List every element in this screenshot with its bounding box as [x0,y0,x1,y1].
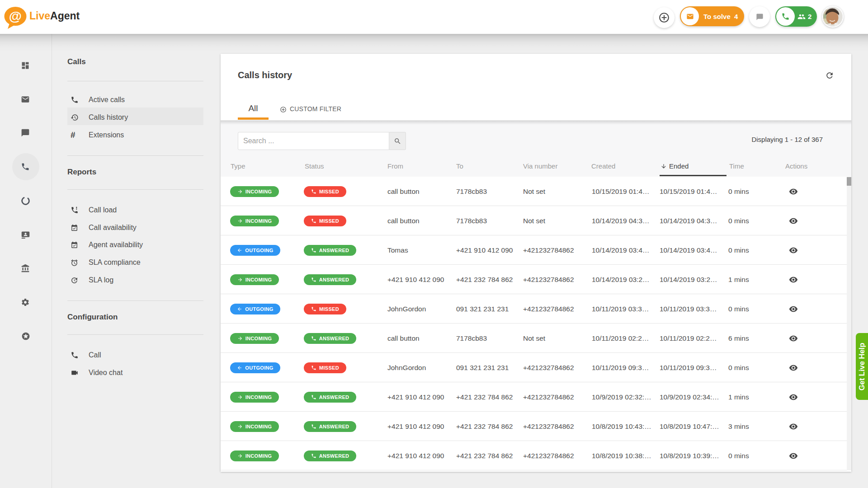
svg-text:@: @ [9,9,22,23]
svg-text:LiveAgent: LiveAgent [29,10,80,22]
